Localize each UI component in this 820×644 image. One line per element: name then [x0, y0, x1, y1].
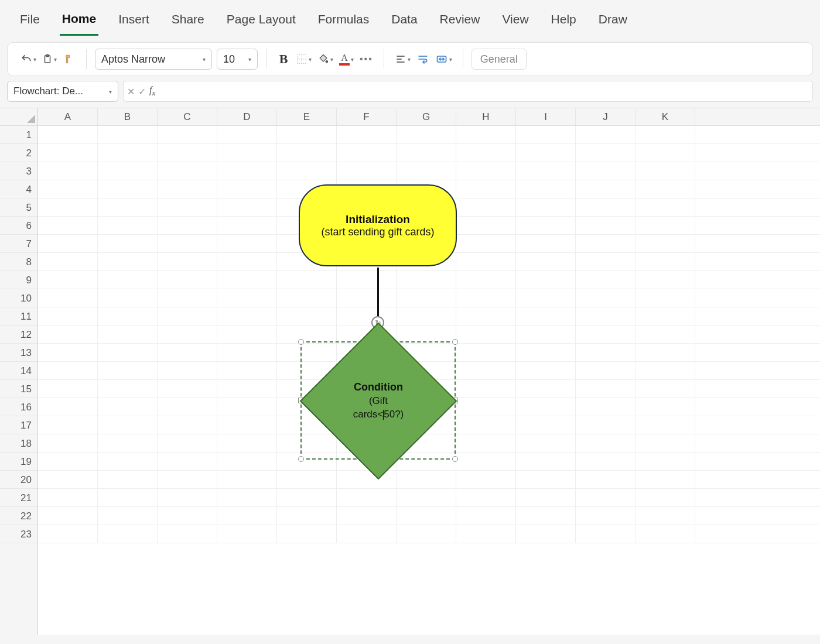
- cell[interactable]: [217, 126, 277, 144]
- cell[interactable]: [516, 162, 576, 180]
- formula-input[interactable]: [159, 81, 813, 102]
- cell[interactable]: [217, 235, 277, 253]
- cell[interactable]: [636, 217, 695, 235]
- row-header[interactable]: 3: [0, 162, 37, 180]
- cell[interactable]: [456, 162, 516, 180]
- cell[interactable]: [456, 253, 516, 271]
- cell[interactable]: [516, 180, 576, 198]
- cell[interactable]: [516, 326, 576, 344]
- cell[interactable]: [217, 471, 277, 489]
- cell[interactable]: [38, 144, 98, 162]
- cell[interactable]: [636, 380, 695, 398]
- cell[interactable]: [456, 198, 516, 217]
- select-all-corner[interactable]: [0, 108, 38, 126]
- cell[interactable]: [98, 144, 158, 162]
- cell[interactable]: [98, 271, 158, 289]
- cell[interactable]: [38, 489, 98, 507]
- cell[interactable]: [516, 471, 576, 489]
- cell[interactable]: [576, 235, 636, 253]
- cell[interactable]: [337, 289, 397, 307]
- cell[interactable]: [397, 289, 456, 307]
- cell[interactable]: [158, 398, 217, 416]
- font-size-select[interactable]: 10 ▾: [217, 49, 258, 70]
- flowchart-decision-shape[interactable]: Condition (Gift cards<50?): [299, 341, 457, 461]
- cell[interactable]: [98, 434, 158, 453]
- cell[interactable]: [636, 289, 695, 307]
- cell[interactable]: [456, 235, 516, 253]
- cell[interactable]: [217, 253, 277, 271]
- more-font-button[interactable]: •••: [357, 49, 375, 70]
- cell[interactable]: [158, 180, 217, 198]
- cell[interactable]: [516, 344, 576, 362]
- cell[interactable]: [158, 307, 217, 326]
- cell[interactable]: [158, 326, 217, 344]
- cell[interactable]: [456, 217, 516, 235]
- cell[interactable]: [217, 362, 277, 380]
- cell[interactable]: [636, 525, 695, 543]
- cell[interactable]: [636, 398, 695, 416]
- cell[interactable]: [98, 471, 158, 489]
- cell[interactable]: [277, 489, 337, 507]
- cell[interactable]: [158, 416, 217, 434]
- row-header[interactable]: 13: [0, 344, 37, 362]
- tab-insert[interactable]: Insert: [116, 8, 152, 35]
- merge-button[interactable]: ▾: [433, 49, 455, 70]
- cell[interactable]: [516, 253, 576, 271]
- cell[interactable]: [576, 471, 636, 489]
- cell[interactable]: [636, 271, 695, 289]
- row-header[interactable]: 4: [0, 180, 37, 198]
- cell[interactable]: [636, 180, 695, 198]
- row-header[interactable]: 5: [0, 198, 37, 217]
- cell[interactable]: [456, 380, 516, 398]
- cell[interactable]: [158, 289, 217, 307]
- cell[interactable]: [98, 489, 158, 507]
- cell[interactable]: [636, 507, 695, 525]
- cell[interactable]: [397, 507, 456, 525]
- cell[interactable]: [397, 271, 456, 289]
- tab-draw[interactable]: Draw: [596, 8, 630, 35]
- cell[interactable]: [277, 525, 337, 543]
- cell[interactable]: [98, 326, 158, 344]
- cell[interactable]: [337, 271, 397, 289]
- cell[interactable]: [636, 471, 695, 489]
- cell[interactable]: [98, 525, 158, 543]
- cell[interactable]: [217, 398, 277, 416]
- cell[interactable]: [158, 525, 217, 543]
- col-header[interactable]: B: [98, 108, 158, 125]
- cell[interactable]: [217, 507, 277, 525]
- cell[interactable]: [576, 434, 636, 453]
- cell[interactable]: [576, 289, 636, 307]
- font-family-select[interactable]: Aptos Narrow ▾: [95, 49, 212, 70]
- clipboard-button[interactable]: ▾: [40, 49, 59, 70]
- cell[interactable]: [456, 307, 516, 326]
- cell[interactable]: [158, 253, 217, 271]
- cell[interactable]: [158, 344, 217, 362]
- cell[interactable]: [576, 253, 636, 271]
- cell[interactable]: [516, 489, 576, 507]
- cell[interactable]: [337, 507, 397, 525]
- cell[interactable]: [98, 217, 158, 235]
- cell[interactable]: [636, 307, 695, 326]
- format-painter-button[interactable]: [60, 49, 78, 70]
- cell[interactable]: [277, 126, 337, 144]
- cell[interactable]: [456, 362, 516, 380]
- cell[interactable]: [158, 144, 217, 162]
- cell[interactable]: [636, 162, 695, 180]
- cell[interactable]: [337, 144, 397, 162]
- col-header[interactable]: D: [217, 108, 277, 125]
- cell[interactable]: [397, 126, 456, 144]
- cell[interactable]: [277, 307, 337, 326]
- cell[interactable]: [516, 525, 576, 543]
- cell[interactable]: [576, 126, 636, 144]
- row-header[interactable]: 11: [0, 307, 37, 326]
- cell[interactable]: [576, 180, 636, 198]
- cell[interactable]: [516, 434, 576, 453]
- row-header[interactable]: 23: [0, 525, 37, 543]
- row-header[interactable]: 16: [0, 398, 37, 416]
- row-header[interactable]: 22: [0, 507, 37, 525]
- row-header[interactable]: 9: [0, 271, 37, 289]
- cell[interactable]: [38, 453, 98, 471]
- tab-share[interactable]: Share: [169, 8, 207, 35]
- cell[interactable]: [217, 162, 277, 180]
- cell[interactable]: [576, 362, 636, 380]
